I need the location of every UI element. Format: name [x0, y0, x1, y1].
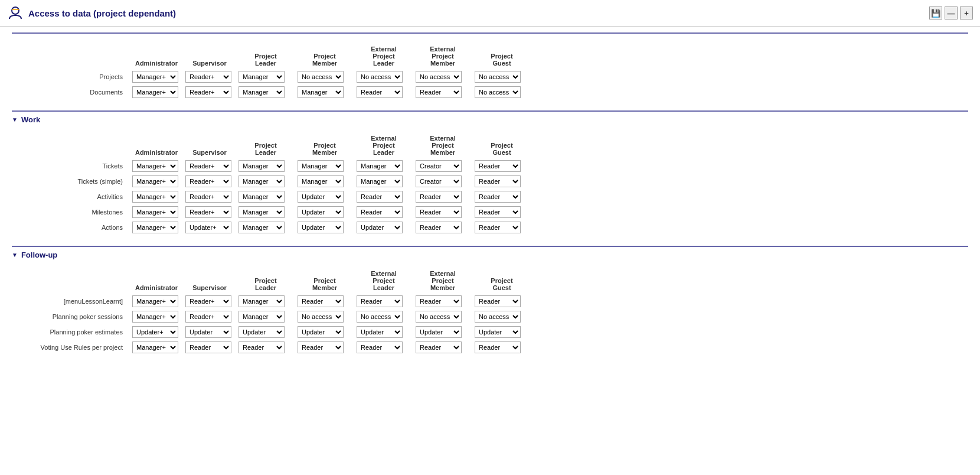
permission-select[interactable]: No accessReaderCreatorUpdaterUpdater+Man…	[357, 160, 403, 172]
cell-0-5: No accessReaderCreatorUpdaterUpdater+Man…	[413, 294, 472, 309]
cell-1-3: No accessReaderCreatorUpdaterUpdater+Man…	[295, 309, 354, 324]
permission-select[interactable]: No accessReaderCreatorUpdaterUpdater+Man…	[298, 175, 344, 187]
permission-select[interactable]: No accessReaderCreatorUpdaterUpdater+Man…	[357, 326, 403, 338]
permission-select[interactable]: No accessReaderCreatorUpdaterUpdater+Man…	[132, 191, 178, 203]
permission-select[interactable]: No accessReaderCreatorUpdaterUpdater+Man…	[185, 191, 231, 203]
select-wrap: No accessReaderCreatorUpdaterUpdater+Man…	[239, 206, 293, 218]
select-wrap: No accessReaderCreatorUpdaterUpdater+Man…	[298, 206, 352, 218]
permission-select[interactable]: No accessReaderCreatorUpdaterUpdater+Man…	[475, 175, 521, 187]
permission-select[interactable]: No accessReaderCreatorUpdaterUpdater+Man…	[416, 175, 462, 187]
permission-select[interactable]: No accessReaderCreatorUpdaterUpdater+Man…	[357, 341, 403, 353]
permission-select[interactable]: No accessReaderCreatorUpdaterUpdater+Man…	[475, 326, 521, 338]
permissions-table: AdministratorSupervisorProjectLeaderProj…	[35, 132, 531, 235]
permission-select[interactable]: No accessReaderCreatorUpdaterUpdater+Man…	[475, 206, 521, 218]
permission-select[interactable]: No accessReaderCreatorUpdaterUpdater+Man…	[185, 326, 231, 338]
permission-select[interactable]: No accessReaderCreatorUpdaterUpdater+Man…	[357, 206, 403, 218]
permission-select[interactable]: No accessReaderCreatorUpdaterUpdater+Man…	[239, 222, 285, 233]
minimize-button[interactable]: —	[945, 6, 958, 19]
permission-select[interactable]: No accessReaderCreatorUpdaterUpdater+Man…	[132, 71, 178, 83]
permission-select[interactable]: No accessReaderCreatorUpdaterUpdater+Man…	[475, 160, 521, 172]
col-header-2: ProjectLeader	[236, 268, 295, 294]
cell-3-2: No accessReaderCreatorUpdaterUpdater+Man…	[236, 204, 295, 220]
select-wrap: No accessReaderCreatorUpdaterUpdater+Man…	[298, 160, 352, 172]
select-wrap: No accessReaderCreatorUpdaterUpdater+Man…	[357, 191, 411, 203]
permission-select[interactable]: No accessReaderCreatorUpdaterUpdater+Man…	[239, 341, 285, 353]
permission-select[interactable]: No accessReaderCreatorUpdaterUpdater+Man…	[416, 86, 462, 98]
permission-select[interactable]: No accessReaderCreatorUpdaterUpdater+Man…	[475, 295, 521, 307]
permission-select[interactable]: No accessReaderCreatorUpdaterUpdater+Man…	[185, 160, 231, 172]
permission-select[interactable]: No accessReaderCreatorUpdaterUpdater+Man…	[298, 295, 344, 307]
permission-select[interactable]: No accessReaderCreatorUpdaterUpdater+Man…	[132, 222, 178, 233]
permission-select[interactable]: No accessReaderCreatorUpdaterUpdater+Man…	[357, 311, 403, 323]
permission-select[interactable]: No accessReaderCreatorUpdaterUpdater+Man…	[416, 160, 462, 172]
save-button[interactable]: 💾	[929, 6, 942, 19]
permission-select[interactable]: No accessReaderCreatorUpdaterUpdater+Man…	[239, 160, 285, 172]
permission-select[interactable]: No accessReaderCreatorUpdaterUpdater+Man…	[357, 175, 403, 187]
cell-0-6: No accessReaderCreatorUpdaterUpdater+Man…	[472, 158, 531, 174]
permission-select[interactable]: No accessReaderCreatorUpdaterUpdater+Man…	[298, 222, 344, 233]
permission-select[interactable]: No accessReaderCreatorUpdaterUpdater+Man…	[357, 86, 403, 98]
permission-select[interactable]: No accessReaderCreatorUpdaterUpdater+Man…	[298, 86, 344, 98]
maximize-button[interactable]: +	[960, 6, 973, 19]
permission-select[interactable]: No accessReaderCreatorUpdaterUpdater+Man…	[475, 311, 521, 323]
permission-select[interactable]: No accessReaderCreatorUpdaterUpdater+Man…	[185, 86, 231, 98]
permission-select[interactable]: No accessReaderCreatorUpdaterUpdater+Man…	[357, 295, 403, 307]
cell-2-2: No accessReaderCreatorUpdaterUpdater+Man…	[236, 189, 295, 204]
section-header-work-section[interactable]: ▼Work	[12, 110, 968, 128]
permission-select[interactable]: No accessReaderCreatorUpdaterUpdater+Man…	[416, 222, 462, 233]
permission-select[interactable]: No accessReaderCreatorUpdaterUpdater+Man…	[416, 191, 462, 203]
permission-select[interactable]: No accessReaderCreatorUpdaterUpdater+Man…	[357, 222, 403, 233]
select-wrap: No accessReaderCreatorUpdaterUpdater+Man…	[239, 175, 293, 187]
permission-select[interactable]: No accessReaderCreatorUpdaterUpdater+Man…	[132, 295, 178, 307]
permission-select[interactable]: No accessReaderCreatorUpdaterUpdater+Man…	[475, 191, 521, 203]
select-wrap: No accessReaderCreatorUpdaterUpdater+Man…	[132, 160, 181, 172]
permission-select[interactable]: No accessReaderCreatorUpdaterUpdater+Man…	[416, 71, 462, 83]
permission-select[interactable]: No accessReaderCreatorUpdaterUpdater+Man…	[132, 86, 178, 98]
permission-select[interactable]: No accessReaderCreatorUpdaterUpdater+Man…	[475, 86, 521, 98]
permission-select[interactable]: No accessReaderCreatorUpdaterUpdater+Man…	[298, 71, 344, 83]
cell-1-5: No accessReaderCreatorUpdaterUpdater+Man…	[413, 309, 472, 324]
permission-select[interactable]: No accessReaderCreatorUpdaterUpdater+Man…	[132, 326, 178, 338]
permission-select[interactable]: No accessReaderCreatorUpdaterUpdater+Man…	[298, 160, 344, 172]
permission-select[interactable]: No accessReaderCreatorUpdaterUpdater+Man…	[239, 206, 285, 218]
permission-select[interactable]: No accessReaderCreatorUpdaterUpdater+Man…	[185, 295, 231, 307]
permission-select[interactable]: No accessReaderCreatorUpdaterUpdater+Man…	[298, 326, 344, 338]
permission-select[interactable]: No accessReaderCreatorUpdaterUpdater+Man…	[185, 206, 231, 218]
section-header-followup-section[interactable]: ▼Follow-up	[12, 246, 968, 263]
permission-select[interactable]: No accessReaderCreatorUpdaterUpdater+Man…	[475, 341, 521, 353]
permission-select[interactable]: No accessReaderCreatorUpdaterUpdater+Man…	[132, 175, 178, 187]
permission-select[interactable]: No accessReaderCreatorUpdaterUpdater+Man…	[185, 175, 231, 187]
permission-select[interactable]: No accessReaderCreatorUpdaterUpdater+Man…	[239, 295, 285, 307]
permission-select[interactable]: No accessReaderCreatorUpdaterUpdater+Man…	[416, 326, 462, 338]
permission-select[interactable]: No accessReaderCreatorUpdaterUpdater+Man…	[239, 311, 285, 323]
permission-select[interactable]: No accessReaderCreatorUpdaterUpdater+Man…	[298, 191, 344, 203]
cell-0-3: No accessReaderCreatorUpdaterUpdater+Man…	[295, 69, 354, 84]
permission-select[interactable]: No accessReaderCreatorUpdaterUpdater+Man…	[416, 311, 462, 323]
permission-select[interactable]: No accessReaderCreatorUpdaterUpdater+Man…	[475, 71, 521, 83]
permission-select[interactable]: No accessReaderCreatorUpdaterUpdater+Man…	[132, 311, 178, 323]
permission-select[interactable]: No accessReaderCreatorUpdaterUpdater+Man…	[298, 311, 344, 323]
select-wrap: No accessReaderCreatorUpdaterUpdater+Man…	[185, 160, 234, 172]
permission-select[interactable]: No accessReaderCreatorUpdaterUpdater+Man…	[239, 191, 285, 203]
permission-select[interactable]: No accessReaderCreatorUpdaterUpdater+Man…	[185, 71, 231, 83]
permission-select[interactable]: No accessReaderCreatorUpdaterUpdater+Man…	[298, 206, 344, 218]
permission-select[interactable]: No accessReaderCreatorUpdaterUpdater+Man…	[132, 160, 178, 172]
permission-select[interactable]: No accessReaderCreatorUpdaterUpdater+Man…	[475, 222, 521, 233]
permission-select[interactable]: No accessReaderCreatorUpdaterUpdater+Man…	[416, 206, 462, 218]
permission-select[interactable]: No accessReaderCreatorUpdaterUpdater+Man…	[185, 311, 231, 323]
permission-select[interactable]: No accessReaderCreatorUpdaterUpdater+Man…	[239, 86, 285, 98]
permission-select[interactable]: No accessReaderCreatorUpdaterUpdater+Man…	[185, 222, 231, 233]
permission-select[interactable]: No accessReaderCreatorUpdaterUpdater+Man…	[357, 191, 403, 203]
permission-select[interactable]: No accessReaderCreatorUpdaterUpdater+Man…	[239, 71, 285, 83]
permission-select[interactable]: No accessReaderCreatorUpdaterUpdater+Man…	[239, 326, 285, 338]
permission-select[interactable]: No accessReaderCreatorUpdaterUpdater+Man…	[239, 175, 285, 187]
permission-select[interactable]: No accessReaderCreatorUpdaterUpdater+Man…	[357, 71, 403, 83]
permission-select[interactable]: No accessReaderCreatorUpdaterUpdater+Man…	[132, 206, 178, 218]
permission-select[interactable]: No accessReaderCreatorUpdaterUpdater+Man…	[416, 341, 462, 353]
permission-select[interactable]: No accessReaderCreatorUpdaterUpdater+Man…	[185, 341, 231, 353]
select-wrap: No accessReaderCreatorUpdaterUpdater+Man…	[475, 191, 529, 203]
permission-select[interactable]: No accessReaderCreatorUpdaterUpdater+Man…	[416, 295, 462, 307]
select-wrap: No accessReaderCreatorUpdaterUpdater+Man…	[185, 311, 234, 323]
permission-select[interactable]: No accessReaderCreatorUpdaterUpdater+Man…	[298, 341, 344, 353]
permission-select[interactable]: No accessReaderCreatorUpdaterUpdater+Man…	[132, 341, 178, 353]
